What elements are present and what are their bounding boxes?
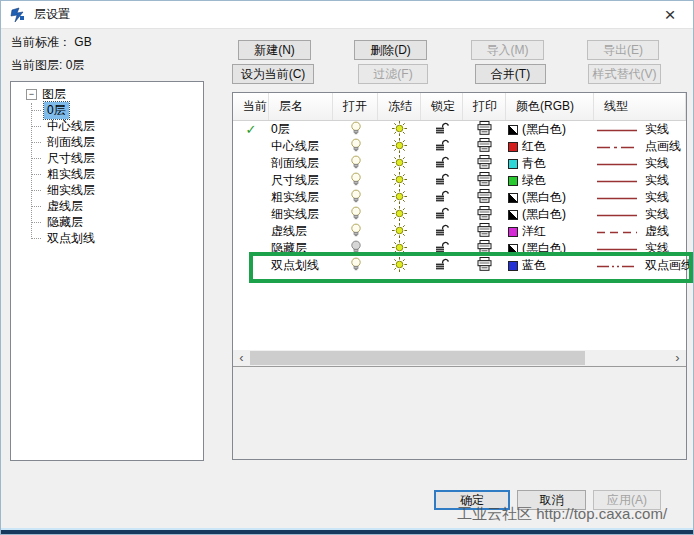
color-cell[interactable]: 蓝色 <box>506 257 594 274</box>
lock-cell[interactable] <box>421 240 463 257</box>
bulb-icon[interactable] <box>350 206 362 223</box>
sun-icon[interactable] <box>392 189 407 207</box>
open-cell[interactable] <box>333 155 378 172</box>
layer-name-cell[interactable]: 尺寸线层 <box>269 172 333 189</box>
color-cell[interactable]: 红色 <box>506 138 594 155</box>
open-cell[interactable] <box>333 223 378 240</box>
table-row-剖面线层[interactable]: 剖面线层青色实线 <box>233 155 686 172</box>
column-header-冻结[interactable]: 冻结 <box>378 93 421 120</box>
open-cell[interactable] <box>333 189 378 206</box>
linetype-sample[interactable] <box>596 208 638 222</box>
printer-icon[interactable] <box>477 240 492 258</box>
current-cell[interactable] <box>233 155 269 172</box>
linetype-cell[interactable]: 实线 <box>594 172 686 189</box>
color-cell[interactable]: 绿色 <box>506 172 594 189</box>
print-cell[interactable] <box>463 206 506 223</box>
current-cell[interactable] <box>233 172 269 189</box>
new-button[interactable]: 新建(N) <box>238 40 311 60</box>
lock-open-icon[interactable] <box>435 122 449 138</box>
color-swatch[interactable] <box>508 176 518 186</box>
color-swatch[interactable] <box>508 159 518 169</box>
freeze-cell[interactable] <box>378 189 421 206</box>
open-cell[interactable] <box>333 257 378 274</box>
layer-name-cell[interactable]: 细实线层 <box>269 206 333 223</box>
color-cell[interactable]: 青色 <box>506 155 594 172</box>
table-row-虚线层[interactable]: 虚线层洋红虚线 <box>233 223 686 240</box>
bulb-icon[interactable] <box>350 155 362 172</box>
color-swatch[interactable] <box>508 244 518 254</box>
bulb-icon[interactable] <box>350 172 362 189</box>
print-cell[interactable] <box>463 121 506 138</box>
linetype-cell[interactable]: 实线 <box>594 189 686 206</box>
tree-item-双点划线[interactable]: 双点划线 <box>11 230 203 246</box>
printer-icon[interactable] <box>477 121 492 139</box>
printer-icon[interactable] <box>477 172 492 190</box>
current-cell[interactable] <box>233 223 269 240</box>
linetype-sample[interactable] <box>596 191 638 205</box>
lock-open-icon[interactable] <box>435 173 449 189</box>
set-current-button[interactable]: 设为当前(C) <box>232 64 314 84</box>
sun-icon[interactable] <box>392 155 407 173</box>
print-cell[interactable] <box>463 240 506 257</box>
current-cell[interactable] <box>233 189 269 206</box>
horizontal-scrollbar[interactable]: ‹ › <box>233 350 686 367</box>
lock-cell[interactable] <box>421 155 463 172</box>
table-row-中心线层[interactable]: 中心线层红色点画线 <box>233 138 686 155</box>
sun-icon[interactable] <box>392 138 407 156</box>
tree-item-细实线层[interactable]: 细实线层 <box>11 182 203 198</box>
sun-icon[interactable] <box>392 257 407 275</box>
lock-cell[interactable] <box>421 189 463 206</box>
sun-icon[interactable] <box>392 172 407 190</box>
lock-cell[interactable] <box>421 138 463 155</box>
linetype-cell[interactable]: 虚线 <box>594 223 686 240</box>
open-cell[interactable] <box>333 172 378 189</box>
table-row-粗实线层[interactable]: 粗实线层(黑白色)实线 <box>233 189 686 206</box>
linetype-sample[interactable] <box>596 259 638 273</box>
tree-item-剖面线层[interactable]: 剖面线层 <box>11 134 203 150</box>
current-cell[interactable] <box>233 240 269 257</box>
bulb-icon[interactable] <box>350 240 362 257</box>
scroll-right-icon[interactable]: › <box>669 350 686 366</box>
open-cell[interactable] <box>333 240 378 257</box>
color-cell[interactable]: 洋红 <box>506 223 594 240</box>
scrollbar-thumb[interactable] <box>250 351 585 365</box>
tree-collapse-icon[interactable]: − <box>26 89 37 100</box>
sun-icon[interactable] <box>392 121 407 139</box>
linetype-sample[interactable] <box>596 242 638 256</box>
table-row-尺寸线层[interactable]: 尺寸线层绿色实线 <box>233 172 686 189</box>
merge-button[interactable]: 合并(T) <box>475 64 546 84</box>
lock-open-icon[interactable] <box>435 258 449 274</box>
lock-cell[interactable] <box>421 257 463 274</box>
color-swatch[interactable] <box>508 227 518 237</box>
freeze-cell[interactable] <box>378 240 421 257</box>
column-header-层名[interactable]: 层名 <box>269 93 333 120</box>
bulb-icon[interactable] <box>350 257 362 274</box>
open-cell[interactable] <box>333 121 378 138</box>
linetype-sample[interactable] <box>596 123 638 137</box>
tree-item-隐藏层[interactable]: 隐藏层 <box>11 214 203 230</box>
column-header-打印[interactable]: 打印 <box>463 93 506 120</box>
lock-cell[interactable] <box>421 223 463 240</box>
bulb-icon[interactable] <box>350 189 362 206</box>
print-cell[interactable] <box>463 257 506 274</box>
lock-open-icon[interactable] <box>435 207 449 223</box>
close-icon[interactable]: × <box>655 3 685 27</box>
freeze-cell[interactable] <box>378 138 421 155</box>
linetype-sample[interactable] <box>596 225 638 239</box>
freeze-cell[interactable] <box>378 121 421 138</box>
printer-icon[interactable] <box>477 206 492 224</box>
table-row-隐藏层[interactable]: 隐藏层(黑白色)实线 <box>233 240 686 257</box>
print-cell[interactable] <box>463 172 506 189</box>
sun-icon[interactable] <box>392 206 407 224</box>
linetype-cell[interactable]: 实线 <box>594 155 686 172</box>
delete-button[interactable]: 删除(D) <box>354 40 427 60</box>
print-cell[interactable] <box>463 138 506 155</box>
print-cell[interactable] <box>463 189 506 206</box>
current-cell[interactable] <box>233 257 269 274</box>
color-swatch[interactable] <box>508 210 518 220</box>
linetype-cell[interactable]: 实线 <box>594 240 686 257</box>
layer-name-cell[interactable]: 隐藏层 <box>269 240 333 257</box>
current-cell[interactable]: ✓ <box>233 121 269 138</box>
layer-name-cell[interactable]: 剖面线层 <box>269 155 333 172</box>
sun-icon[interactable] <box>392 223 407 241</box>
